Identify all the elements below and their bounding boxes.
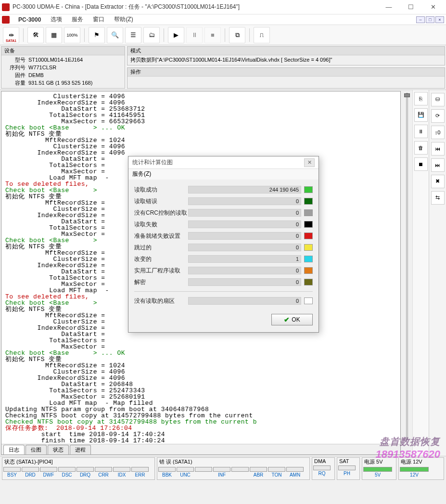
state-header: 状态 (SATA1)-[PIO4] (2, 458, 154, 466)
stop-button[interactable]: ■ (204, 27, 221, 43)
side-tool-button[interactable]: ⏮ (431, 142, 445, 155)
mdi-button[interactable]: □ (426, 16, 434, 23)
status-led: IDX (113, 467, 130, 478)
stat-row: 读取成功244 190 645 (134, 185, 313, 194)
sata-button[interactable]: ⇹ (3, 27, 19, 43)
side-tool-button[interactable]: ⇆ (431, 191, 445, 205)
error-box: 错 误 (SATA1) BBKUNCINFABRTONAMN (157, 457, 310, 480)
operation-header: 操作 (127, 68, 445, 77)
tab-状态[interactable]: 状态 (48, 445, 69, 454)
stat-row: 读取失败0 (134, 220, 313, 229)
side-tool-button[interactable]: ✖ (431, 175, 445, 188)
status-led: DRQ (76, 467, 94, 478)
log-tool-button[interactable]: ⏸ (414, 125, 428, 138)
statistics-dialog: 统计和计算位图 ✕ 服务(Z) 读取成功244 190 645读取错误0没有CR… (128, 156, 319, 333)
info-panel: 设备 型号ST1000LM014-1EJ164序列号W771CLSR固件DEMB… (0, 45, 446, 90)
log-tool-button[interactable]: 🗑 (414, 141, 428, 155)
stat-row: 准备就绪失败设置0 (134, 232, 313, 240)
device-row: 固件DEMB (4, 72, 122, 79)
check-icon: ✔ (284, 316, 290, 323)
device-info-box: 设备 型号ST1000LM014-1EJ164序列号W771CLSR固件DEMB… (1, 46, 125, 89)
inner-toolbar: ⎘💾⏸🗑⏹ (412, 90, 429, 456)
device-header: 设备 (1, 47, 125, 55)
watermark: 盘首数据恢复 18913587620 (375, 435, 440, 461)
menu-item[interactable]: 帮助(Z) (109, 15, 138, 24)
window-controls: — ☐ ✕ (378, 0, 444, 14)
side-tool-button[interactable]: ⟳ (431, 109, 445, 123)
play-button[interactable]: ▶ (168, 27, 184, 43)
status-led: AMN (286, 467, 304, 478)
status-led: INF (213, 467, 230, 478)
maximize-button[interactable]: ☐ (400, 0, 422, 14)
copy-button[interactable]: ⧉ (229, 27, 245, 43)
stat-row: 读取错误0 (134, 197, 313, 206)
app-icon (2, 3, 10, 11)
side-tool-button[interactable]: ↕0 (431, 126, 445, 139)
search-button[interactable]: 🔍 (107, 27, 123, 43)
status-led: TON (268, 467, 285, 478)
percent-button[interactable]: 100% (64, 27, 80, 43)
tab-位图[interactable]: 位图 (25, 445, 47, 454)
ok-button[interactable]: ✔OK (271, 314, 313, 325)
tab-日志[interactable]: 日志 (3, 445, 25, 454)
dma-box: DMA RQ (312, 457, 335, 480)
status-led (231, 467, 249, 478)
window-title: PC-3000 UDMA-E - China - [Data Extractor… (13, 3, 378, 11)
dialog-close-button[interactable]: ✕ (304, 158, 315, 167)
stat-row: 改变的1 (134, 255, 313, 263)
pause-button[interactable]: ⏸ (186, 27, 203, 43)
stat-row: 跳过的0 (134, 243, 313, 252)
status-led (195, 467, 212, 478)
device-row: 容量931.51 GB (1 953 525 168) (4, 79, 122, 87)
status-led: ABR (250, 467, 267, 478)
minimize-button[interactable]: — (378, 0, 400, 14)
dialog-body: 读取成功244 190 645读取错误0没有CRC控制的读取0读取失败0准备就绪… (128, 180, 319, 310)
dialog-titlebar: 统计和计算位图 ✕ (128, 156, 319, 169)
map-slider[interactable] (402, 90, 412, 456)
main-toolbar: ⇹ 🛠 ▦ 100% ⚑ 🔍 ☰ 🗂 ▶ ⏸ ■ ⧉ ⎍ (0, 25, 446, 45)
app-icon-small (2, 16, 10, 24)
status-led: DWF (40, 467, 57, 478)
list-button[interactable]: ☰ (125, 27, 141, 43)
flag-button[interactable]: ⚑ (89, 27, 105, 43)
log-tool-button[interactable]: ⎘ (414, 92, 428, 105)
folder-button[interactable]: 🗂 (143, 27, 160, 43)
status-led: CRR (95, 467, 112, 478)
log-tool-button[interactable]: 💾 (414, 108, 428, 122)
state-box: 状态 (SATA1)-[PIO4] BSYDRDDWFDSCDRQCRRIDXE… (2, 457, 155, 480)
stat-row: 实用工厂程序读取0 (134, 266, 313, 275)
mode-text: 拷贝数据到"A:\PC3000\ST1000LM014-1EJ164\Virtu… (127, 55, 445, 65)
menu-bar: PC-3000 选项服务窗口帮助(Z) –□× (0, 14, 446, 25)
side-tool-button[interactable]: ⏭ (431, 158, 445, 172)
sat-box: SAT PH (337, 457, 360, 480)
tools-button[interactable]: 🛠 (27, 27, 44, 43)
tab-进程[interactable]: 进程 (70, 445, 91, 454)
app-menu[interactable]: PC-3000 (13, 15, 46, 24)
mdi-button[interactable]: – (416, 16, 425, 23)
close-button[interactable]: ✕ (422, 0, 444, 14)
title-bar: PC-3000 UDMA-E - China - [Data Extractor… (0, 0, 446, 14)
outer-toolbar: ⛁⟳↕0⏮⏭✖⇆ (429, 90, 446, 456)
chip-button[interactable]: ▦ (46, 27, 62, 43)
menu-item[interactable]: 服务 (67, 15, 88, 24)
menu-item[interactable]: 窗口 (88, 15, 109, 24)
menu-item[interactable]: 选项 (46, 15, 67, 24)
status-led: ERR (131, 467, 149, 478)
operation-box: 操作 (127, 67, 445, 89)
device-row: 型号ST1000LM014-1EJ164 (4, 56, 122, 64)
stat-row: 没有CRC控制的读取0 (134, 208, 313, 217)
stat-row: 解密0 (134, 278, 313, 286)
log-tool-button[interactable]: ⏹ (414, 157, 428, 171)
mdi-button[interactable]: × (435, 16, 444, 23)
cable-button[interactable]: ⎍ (254, 27, 270, 43)
device-row: 序列号W771CLSR (4, 64, 122, 72)
log-tabs: 日志位图状态进程 (1, 444, 400, 454)
dialog-title: 统计和计算位图 (132, 158, 173, 167)
side-tool-button[interactable]: ⛁ (431, 93, 445, 106)
dialog-menu[interactable]: 服务(Z) (128, 169, 319, 180)
status-led: BBK (158, 467, 176, 478)
stat-row: 没有读取的扇区0 (134, 297, 313, 305)
error-header: 错 误 (SATA1) (157, 458, 309, 466)
status-led: DRD (22, 467, 39, 478)
status-led: BSY (3, 467, 21, 478)
